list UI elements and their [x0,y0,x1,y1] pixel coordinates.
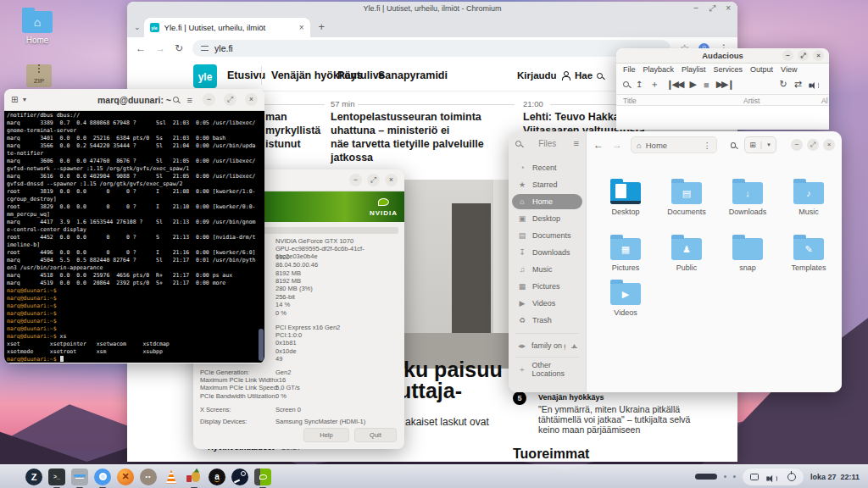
back-icon[interactable]: ← [593,139,604,151]
close-icon[interactable]: × [385,174,398,186]
folder-videos[interactable]: ▶Videos [595,283,656,317]
most-read-tag[interactable]: Venäjän hyökkäys [538,393,604,402]
new-tab-icon[interactable]: ⊞ [11,95,18,104]
next-icon[interactable]: ▶▶❙ [716,79,733,90]
tab-close-icon[interactable]: × [299,23,304,32]
minimize-icon[interactable]: − [349,174,362,186]
search-button[interactable]: Hae [575,70,603,80]
folder-templates[interactable]: ✎Templates [778,238,839,272]
taskbar-app-gimp[interactable]: •• [140,469,157,485]
sidebar-item-recent[interactable]: ◔Recent [512,160,582,175]
maximize-icon[interactable]: ⤢ [807,139,819,151]
desktop-icon-home[interactable]: ⌂ Home [14,7,61,45]
playlist-area[interactable] [616,106,829,130]
workspace-dot[interactable] [733,475,736,478]
kebab-icon[interactable]: ⋮ [703,141,711,150]
column-artist[interactable]: Artist [743,97,760,105]
clock[interactable]: loka 27 22:11 [810,473,860,481]
column-title[interactable]: Title [623,97,637,105]
menu-services[interactable]: Services [714,65,743,74]
open-files-icon[interactable]: ↥ [636,80,643,89]
sidebar-item-mount[interactable]: ◂▸ family on gig... ▲ [512,338,582,353]
sidebar-item-other-locations[interactable]: ＋ Other Locations [512,362,582,377]
view-toggle-button[interactable]: ⊞ | ▼ [744,136,776,153]
terminal-scrollbar[interactable] [259,329,264,361]
column-album[interactable]: Al [821,97,828,105]
sidebar-item-starred[interactable]: ★Starred [512,177,582,192]
sidebar-item-trash[interactable]: ♻Trash [512,313,582,328]
forward-icon[interactable]: → [155,42,165,54]
folder-desktop[interactable]: Desktop [595,182,656,216]
taskbar-app-terminal[interactable]: >_ [48,469,65,485]
minimize-icon[interactable]: − [693,3,698,14]
taskbar-app-audacious[interactable] [186,469,203,485]
quick-settings[interactable] [743,469,804,485]
play-icon[interactable]: ▶ [690,79,697,90]
reload-icon[interactable]: ↻ [175,42,183,54]
taskbar-app-orange-ball-game[interactable]: ✕ [117,469,134,485]
login-button[interactable]: Kirjaudu [517,70,570,80]
taskbar-app-chromium[interactable] [94,469,111,485]
search-icon[interactable] [623,81,629,87]
nav-etusivu[interactable]: Etusivu [227,69,265,81]
close-icon[interactable]: × [245,93,258,106]
audacious-titlebar[interactable]: Audacious − ⤢ × [616,48,829,64]
close-icon[interactable]: × [813,50,824,61]
taskbar-app-vlc[interactable] [163,469,180,485]
terminal-titlebar[interactable]: ⊞ ▼ marq@duunari: ~ ≡ − ⤢ × [4,89,264,111]
volume-icon[interactable] [809,80,822,90]
folder-downloads[interactable]: ↓Downloads [717,182,778,216]
taskbar-app-zorin-menu[interactable]: Z [25,469,42,485]
minimize-icon[interactable]: − [791,139,803,151]
site-info-icon[interactable] [201,45,209,52]
close-icon[interactable]: × [823,139,835,151]
desktop-icon-zip[interactable]: ZIP [15,64,63,87]
folder-documents[interactable]: ▤Documents [656,182,717,216]
tab-search-chevron-icon[interactable]: ⌄ [134,23,141,31]
terminal-output[interactable]: /notifier/dbus dbus://marq 3389 0.7 0.4 … [4,111,264,363]
eject-icon[interactable]: ▲ [571,343,577,348]
sidebar-item-documents[interactable]: ▤Documents [512,228,582,243]
sidebar-item-pictures[interactable]: ▦Pictures [512,279,582,294]
stop-icon[interactable]: ■ [704,80,709,90]
taskbar-app-steam[interactable] [231,469,248,485]
menu-icon[interactable]: ≡ [187,95,192,105]
hamburger-menu-icon[interactable]: ≡ [574,138,579,148]
shuffle-icon[interactable]: ⇄ [794,79,802,90]
minimize-icon[interactable]: − [203,93,215,106]
maximize-icon[interactable]: ⤢ [367,174,380,186]
sidebar-item-desktop[interactable]: ▣Desktop [512,211,582,226]
menu-playback[interactable]: Playback [643,65,675,74]
taskbar-app-amazon[interactable]: a [209,469,225,485]
sidebar-item-downloads[interactable]: ↧Downloads [512,245,582,260]
menu-view[interactable]: View [781,65,797,74]
yle-logo[interactable]: yle [193,64,217,88]
workspace-dot[interactable] [724,475,726,478]
sidebar-item-music[interactable]: ♫Music [512,262,582,277]
article-headline-frag[interactable]: uttaja- [398,379,462,403]
maximize-icon[interactable]: ⤢ [798,50,809,61]
folder-snap[interactable]: snap [717,238,778,272]
minimize-icon[interactable]: − [782,50,793,61]
taskbar-app-file-manager[interactable] [71,469,88,485]
add-icon[interactable]: ＋ [649,78,659,91]
search-location-icon[interactable] [731,142,736,148]
menu-output[interactable]: Output [750,65,773,74]
close-icon[interactable]: × [726,3,731,14]
browser-tab[interactable]: yle Yle.fi | Uutiset, urheilu, ilmiöt × [144,18,310,37]
quit-button[interactable]: Quit [354,428,397,442]
browser-titlebar[interactable]: Yle.fi | Uutiset, urheilu, ilmiöt - Chro… [127,2,737,15]
forward-icon[interactable]: → [612,139,622,151]
sidebar-item-videos[interactable]: ▶Videos [512,296,582,311]
maximize-icon[interactable]: ⤢ [224,93,236,106]
back-icon[interactable]: ← [136,42,146,54]
taskbar-app-nvidia-settings[interactable] [254,469,271,485]
repeat-icon[interactable]: ↻ [780,79,787,90]
url-bar[interactable]: yle.fi [192,40,670,57]
breadcrumb[interactable]: ⌂ Home ⋮ [631,136,717,153]
new-tab-button[interactable]: + [319,20,326,33]
maximize-icon[interactable]: ⤢ [709,3,715,14]
chevron-down-icon[interactable]: ▼ [21,97,27,103]
news-headline-2[interactable]: Lentopelastusseuran toiminta uhattuna – … [331,110,526,164]
help-button[interactable]: Help [303,428,349,442]
